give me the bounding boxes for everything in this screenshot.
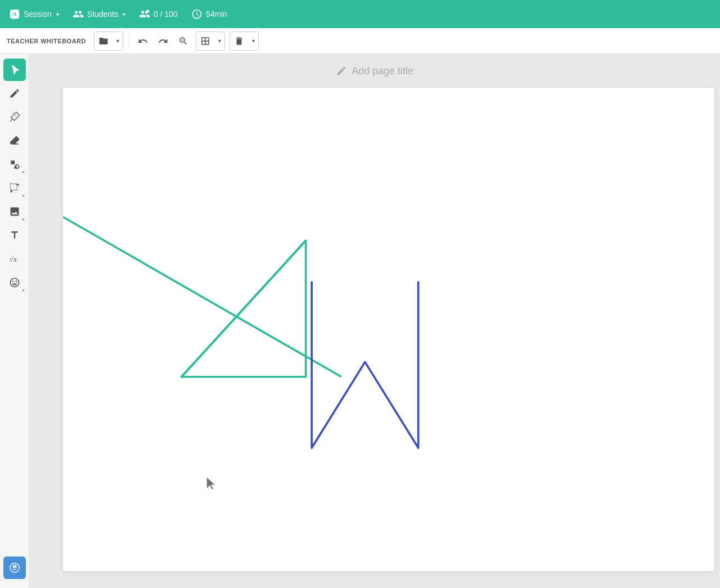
canvas-area[interactable]: Add page title xyxy=(29,54,720,588)
page-title-placeholder: Add page title xyxy=(352,65,413,77)
timer-icon xyxy=(191,8,202,20)
shapes-tool-button[interactable] xyxy=(3,153,26,176)
svg-rect-5 xyxy=(10,184,17,191)
math-icon: √x xyxy=(8,253,21,265)
redo-icon xyxy=(158,36,168,46)
session-dropdown-arrow: ▾ xyxy=(56,11,59,17)
undo-icon xyxy=(138,36,148,46)
students-label: Students xyxy=(87,10,118,19)
zoom-button[interactable] xyxy=(174,32,192,50)
timer-value: 54min xyxy=(206,10,227,19)
transform-tool-wrapper xyxy=(3,177,26,199)
students-dropdown-arrow: ▾ xyxy=(123,11,125,17)
drawing-canvas-svg xyxy=(63,88,714,571)
emoji-tool-button[interactable] xyxy=(3,271,26,294)
eraser-icon xyxy=(9,135,20,146)
pencil-icon xyxy=(336,65,347,77)
delete-dropdown-arrow: ▾ xyxy=(252,38,255,44)
whiteboard-canvas[interactable] xyxy=(63,88,714,571)
file-button[interactable] xyxy=(94,32,112,50)
delete-icon xyxy=(234,36,244,46)
select-cursor-icon xyxy=(9,64,20,75)
grid-button-group: ▾ xyxy=(196,32,225,51)
grid-icon xyxy=(200,36,210,46)
image-icon xyxy=(9,206,20,217)
transform-tool-button[interactable] xyxy=(3,177,26,199)
timer-display: 54min xyxy=(191,8,227,20)
redo-button[interactable] xyxy=(154,32,172,50)
text-tool-button[interactable] xyxy=(3,224,26,246)
page-title-bar: Add page title xyxy=(29,54,720,88)
delete-button-group: ▾ xyxy=(230,32,259,51)
green-hypotenuse xyxy=(182,241,306,377)
participants-display: 0 / 100 xyxy=(139,8,178,20)
svg-point-7 xyxy=(10,563,19,573)
ai-brain-icon xyxy=(8,562,21,574)
ai-tool-button[interactable] xyxy=(3,556,26,579)
highlighter-tool-button[interactable] xyxy=(3,106,26,128)
emoji-tool-wrapper xyxy=(3,271,26,294)
undo-button[interactable] xyxy=(134,32,152,50)
eraser-tool-button[interactable] xyxy=(3,129,26,152)
select-tool-button[interactable] xyxy=(3,59,26,81)
session-menu[interactable]: Session ▾ xyxy=(9,8,59,20)
left-toolbar: √x xyxy=(0,54,29,588)
secondary-toolbar: TEACHER WHITEBOARD ▾ xyxy=(0,28,720,54)
grid-dropdown-button[interactable]: ▾ xyxy=(214,32,224,50)
toolbar-label: TEACHER WHITEBOARD xyxy=(7,38,86,44)
main-area: √x xyxy=(0,54,720,588)
zoom-icon xyxy=(178,36,188,46)
students-icon xyxy=(73,8,84,20)
pen-tool-button[interactable] xyxy=(3,82,26,105)
transform-icon xyxy=(9,182,20,194)
pen-icon xyxy=(9,88,20,99)
toolbar-separator-1 xyxy=(129,34,129,48)
participants-count: 0 / 100 xyxy=(154,10,178,19)
delete-dropdown-button[interactable]: ▾ xyxy=(248,32,258,50)
grid-button[interactable] xyxy=(196,32,214,50)
emoji-icon xyxy=(9,277,20,288)
file-button-group: ▾ xyxy=(94,32,123,51)
grid-dropdown-arrow: ▾ xyxy=(218,38,221,44)
blue-zigzag-drawing xyxy=(312,282,418,448)
math-tool-button[interactable]: √x xyxy=(3,248,26,270)
file-dropdown-button[interactable]: ▾ xyxy=(112,32,123,50)
session-icon xyxy=(9,8,20,20)
folder-icon xyxy=(98,36,109,46)
svg-point-1 xyxy=(146,10,149,13)
shapes-icon xyxy=(9,159,20,170)
participants-icon xyxy=(139,8,150,20)
ai-tool-wrapper xyxy=(3,556,26,579)
add-page-title-button[interactable]: Add page title xyxy=(336,65,413,77)
text-icon xyxy=(9,230,20,241)
shapes-tool-wrapper xyxy=(3,153,26,176)
top-navigation-bar: Session ▾ Students ▾ 0 / 100 54min xyxy=(0,0,720,28)
svg-rect-3 xyxy=(11,160,15,164)
image-tool-wrapper xyxy=(3,200,26,223)
svg-text:√x: √x xyxy=(9,255,17,263)
cursor-indicator xyxy=(207,478,215,490)
session-label: Session xyxy=(24,10,52,19)
highlighter-icon xyxy=(9,111,20,123)
students-menu[interactable]: Students ▾ xyxy=(73,8,125,20)
image-tool-button[interactable] xyxy=(3,200,26,223)
delete-button[interactable] xyxy=(230,32,248,50)
file-dropdown-arrow: ▾ xyxy=(116,38,119,44)
